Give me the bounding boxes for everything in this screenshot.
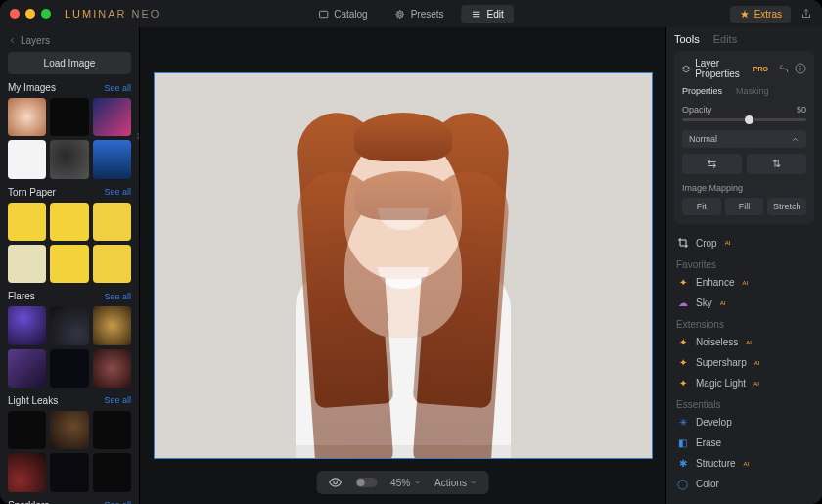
svg-point-6 [333,481,337,484]
tool-structure[interactable]: ✱ StructureAI [674,453,814,474]
crop-icon [676,237,689,249]
thumb-flares[interactable] [8,306,46,344]
tool-develop[interactable]: ✳ Develop [674,412,814,433]
tool-develop-label: Develop [696,417,732,428]
canvas-image-layer-2 [344,191,462,338]
nav-catalog[interactable]: Catalog [308,5,377,23]
noiseless-icon: ✦ [676,337,689,347]
undo-icon[interactable] [778,63,790,74]
blend-mode-value: Normal [689,134,717,144]
tool-color[interactable]: ◯ Color [674,474,814,494]
mapping-fill-button[interactable]: Fill [725,198,764,215]
section-light-leaks: Light Leaks [8,395,58,406]
tool-erase[interactable]: ◧ Erase [674,433,814,453]
tool-sky[interactable]: ☁ SkyAI [674,293,814,313]
flip-vertical-button[interactable]: ⇅ [747,154,806,174]
canvas[interactable] [154,72,653,459]
mapping-stretch-button[interactable]: Stretch [767,198,806,215]
see-all-torn-paper[interactable]: See all [104,187,131,197]
sky-icon: ☁ [676,298,689,308]
thumb-flares[interactable] [50,349,88,388]
info-icon[interactable] [795,63,806,74]
app-brand: LUMINAR NEO [65,8,160,20]
see-all-my-images[interactable]: See all [104,83,131,93]
thumb-flares[interactable] [50,306,88,344]
section-sparklers: Sparklers [8,500,49,504]
window-minimize-button[interactable] [25,9,35,19]
thumb-torn-paper[interactable] [93,245,131,283]
zoom-value: 45% [390,478,410,488]
tool-crop[interactable]: CropAI [674,232,814,253]
tab-edits[interactable]: Edits [713,33,737,45]
see-all-flares[interactable]: See all [104,292,131,301]
section-torn-paper: Torn Paper [8,187,56,198]
window-maximize-button[interactable] [41,9,51,19]
magic-light-icon: ✦ [676,378,689,389]
image-mapping-label: Image Mapping [682,183,806,193]
enhance-icon: ✦ [676,277,689,288]
thumb-light-leaks[interactable] [93,411,131,449]
section-favorites: Favorites [674,253,814,272]
before-after-toggle[interactable] [355,478,377,487]
tool-supersharp[interactable]: ✦ SupersharpAI [674,352,814,373]
mapping-fit-button[interactable]: Fit [682,198,721,215]
zoom-dropdown[interactable]: 45% [390,478,421,488]
thumb-flares[interactable] [93,349,131,388]
tool-erase-label: Erase [696,437,721,448]
blend-mode-dropdown[interactable]: Normal [682,130,806,148]
see-all-sparklers[interactable]: See all [104,500,131,504]
thumb-my-images[interactable] [93,140,131,178]
pro-badge: PRO [754,66,768,72]
thumb-flares[interactable] [93,306,131,344]
thumb-torn-paper[interactable] [50,245,88,283]
supersharp-icon: ✦ [676,357,689,368]
tool-color-label: Color [696,479,719,489]
erase-icon: ◧ [676,437,689,448]
load-image-button[interactable]: Load Image [8,52,131,74]
thumb-flares[interactable] [8,349,46,388]
thumb-my-images[interactable] [50,140,88,178]
actions-dropdown[interactable]: Actions [434,478,478,488]
svg-point-10 [800,66,801,67]
tool-structure-label: Structure [696,458,736,469]
flip-horizontal-button[interactable]: ⇆ [682,154,742,174]
tab-tools[interactable]: Tools [674,33,700,45]
tool-magiclight-label: Magic Light [696,378,746,389]
thumb-torn-paper[interactable] [50,203,88,241]
breadcrumb[interactable]: Layers [8,33,131,52]
thumb-light-leaks[interactable] [8,411,46,449]
share-icon[interactable] [800,8,812,20]
thumb-torn-paper[interactable] [8,245,46,283]
thumb-my-images[interactable] [8,140,46,178]
breadcrumb-label: Layers [21,35,50,46]
thumb-torn-paper[interactable] [93,203,131,241]
subtab-masking[interactable]: Masking [736,86,769,96]
tool-sky-label: Sky [696,298,712,308]
section-flares: Flares [8,291,35,301]
tool-crop-label: Crop [696,238,717,249]
thumb-light-leaks[interactable] [50,453,88,491]
thumb-my-images[interactable] [93,98,131,136]
see-all-light-leaks[interactable]: See all [104,395,131,405]
nav-presets-label: Presets [411,9,444,20]
thumb-my-images[interactable] [50,98,88,136]
nav-presets[interactable]: Presets [386,5,454,23]
thumb-light-leaks[interactable] [50,411,88,449]
panel-title: Layer Properties [695,58,749,79]
thumb-my-images[interactable] [8,98,46,136]
nav-edit[interactable]: Edit [462,5,514,23]
actions-label: Actions [434,478,467,488]
thumb-torn-paper[interactable] [8,203,46,241]
subtab-properties[interactable]: Properties [682,86,722,96]
tool-supersharp-label: Supersharp [696,357,747,368]
tool-enhance[interactable]: ✦ EnhanceAI [674,272,814,293]
preview-toggle-icon[interactable] [328,476,342,489]
thumb-light-leaks[interactable] [93,453,131,491]
extras-button[interactable]: Extras [730,6,791,23]
tool-noiseless[interactable]: ✦ NoiselessAI [674,332,814,352]
opacity-slider[interactable] [682,118,806,121]
tool-magiclight[interactable]: ✦ Magic LightAI [674,373,814,393]
extras-label: Extras [754,9,782,20]
thumb-light-leaks[interactable] [8,453,46,491]
window-close-button[interactable] [10,9,20,19]
